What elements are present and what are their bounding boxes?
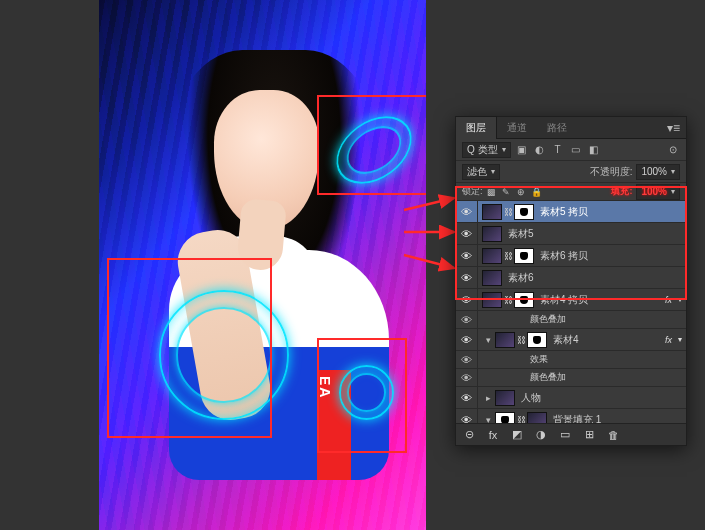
layer-thumb[interactable]	[527, 412, 547, 424]
lock-label: 锁定:	[462, 185, 483, 198]
layer-body: ▸人物	[478, 387, 686, 408]
layers-panel[interactable]: 图层 通道 路径 ▾≡ Q 类型 ▾ ▣ ◐ T ▭ ◧ ⊙ 滤色 ▾ 不透明度…	[455, 116, 687, 446]
adjustment-icon[interactable]: ◑	[532, 427, 550, 443]
layer-name[interactable]: 素材4 拷贝	[534, 293, 659, 307]
layer-name[interactable]: 效果	[524, 353, 686, 366]
opacity-value: 100%	[641, 166, 667, 177]
fx-disclosure-icon[interactable]: ▾	[678, 335, 686, 344]
layer-row[interactable]: 👁效果	[456, 351, 686, 369]
layer-thumb[interactable]	[495, 332, 515, 348]
layer-row[interactable]: 👁▾⛓背景填充 1	[456, 409, 686, 423]
tab-layers[interactable]: 图层	[456, 116, 497, 139]
disclosure-triangle-icon[interactable]: ▾	[482, 415, 495, 424]
visibility-eye-icon[interactable]: 👁	[456, 201, 478, 222]
visibility-eye-icon[interactable]: 👁	[456, 409, 478, 423]
layer-row[interactable]: 👁素材5	[456, 223, 686, 245]
layer-name[interactable]: 颜色叠加	[524, 371, 686, 384]
layer-name[interactable]: 素材6	[502, 271, 686, 285]
group-icon[interactable]: ▭	[556, 427, 574, 443]
layer-list[interactable]: 👁⛓素材5 拷贝👁素材5👁⛓素材6 拷贝👁素材6👁⛓素材4 拷贝fx▾👁颜色叠加…	[456, 201, 686, 423]
visibility-eye-icon[interactable]: 👁	[456, 311, 478, 328]
layer-name[interactable]: 素材5 拷贝	[534, 205, 686, 219]
kind-filter-label: Q 类型	[467, 143, 498, 157]
layer-thumb[interactable]	[482, 226, 502, 242]
layer-row[interactable]: 👁素材6	[456, 267, 686, 289]
fx-badge[interactable]: fx	[659, 295, 678, 305]
layer-row[interactable]: 👁颜色叠加	[456, 369, 686, 387]
visibility-eye-icon[interactable]: 👁	[456, 369, 478, 386]
layer-thumb[interactable]	[482, 204, 502, 220]
add-mask-icon[interactable]: ◩	[508, 427, 526, 443]
panel-menu-icon[interactable]: ▾≡	[661, 121, 686, 135]
layer-body: ⛓素材4 拷贝fx▾	[478, 289, 686, 310]
tab-paths[interactable]: 路径	[537, 117, 577, 139]
fx-badge[interactable]: fx	[659, 335, 678, 345]
tab-channels[interactable]: 通道	[497, 117, 537, 139]
layer-row[interactable]: 👁颜色叠加	[456, 311, 686, 329]
layer-body: ▾⛓素材4fx▾	[478, 329, 686, 350]
layer-name[interactable]: 人物	[515, 391, 686, 405]
layer-mask-thumb[interactable]	[514, 292, 534, 308]
layer-thumb[interactable]	[482, 292, 502, 308]
layer-name[interactable]: 素材6 拷贝	[534, 249, 686, 263]
visibility-eye-icon[interactable]: 👁	[456, 289, 478, 310]
layer-name[interactable]: 背景填充 1	[547, 413, 686, 424]
filter-smart-icon[interactable]: ◧	[587, 143, 601, 157]
link-layers-icon[interactable]: ⊝	[460, 427, 478, 443]
layer-name[interactable]: 素材5	[502, 227, 686, 241]
disclosure-triangle-icon[interactable]: ▸	[482, 393, 495, 403]
document-canvas[interactable]: EA	[99, 0, 426, 530]
filter-adjust-icon[interactable]: ◐	[533, 143, 547, 157]
link-icon: ⛓	[502, 251, 514, 261]
filter-type-icon[interactable]: T	[551, 143, 565, 157]
filter-shape-icon[interactable]: ▭	[569, 143, 583, 157]
disclosure-triangle-icon[interactable]: ▾	[482, 335, 495, 345]
link-icon: ⛓	[502, 295, 514, 305]
layer-name[interactable]: 颜色叠加	[524, 313, 686, 326]
layer-name[interactable]: 素材4	[547, 333, 659, 347]
layer-mask-thumb[interactable]	[495, 412, 515, 424]
layer-thumb[interactable]	[482, 248, 502, 264]
chevron-down-icon: ▾	[671, 187, 675, 196]
filter-toggle[interactable]: ⊙	[666, 143, 680, 157]
layer-filter-row: Q 类型 ▾ ▣ ◐ T ▭ ◧ ⊙	[456, 139, 686, 161]
layer-row[interactable]: 👁⛓素材5 拷贝	[456, 201, 686, 223]
layer-mask-thumb[interactable]	[514, 248, 534, 264]
delete-layer-icon[interactable]: 🗑	[604, 427, 622, 443]
visibility-eye-icon[interactable]: 👁	[456, 351, 478, 368]
fill-field[interactable]: 100% ▾	[636, 184, 680, 200]
visibility-eye-icon[interactable]: 👁	[456, 329, 478, 350]
annotation-box-2	[107, 258, 272, 438]
layer-body: 素材6	[478, 267, 686, 288]
layer-row[interactable]: 👁▾⛓素材4fx▾	[456, 329, 686, 351]
fill-label: 填充:	[611, 185, 632, 198]
layer-row[interactable]: 👁⛓素材6 拷贝	[456, 245, 686, 267]
kind-filter[interactable]: Q 类型 ▾	[462, 142, 511, 158]
layer-body: ▾⛓背景填充 1	[478, 409, 686, 423]
chevron-down-icon: ▾	[671, 167, 675, 176]
layers-panel-footer: ⊝ fx ◩ ◑ ▭ ⊞ 🗑	[456, 423, 686, 445]
layer-mask-thumb[interactable]	[527, 332, 547, 348]
opacity-field[interactable]: 100% ▾	[636, 164, 680, 180]
visibility-eye-icon[interactable]: 👁	[456, 245, 478, 266]
fx-disclosure-icon[interactable]: ▾	[678, 295, 686, 304]
layer-mask-thumb[interactable]	[514, 204, 534, 220]
layer-body: ⛓素材6 拷贝	[478, 245, 686, 266]
visibility-eye-icon[interactable]: 👁	[456, 387, 478, 408]
layer-row[interactable]: 👁⛓素材4 拷贝fx▾	[456, 289, 686, 311]
lock-icons[interactable]: ▩ ✎ ⊕ 🔒	[487, 187, 545, 197]
chevron-down-icon: ▾	[502, 145, 506, 154]
layer-row[interactable]: 👁▸人物	[456, 387, 686, 409]
visibility-eye-icon[interactable]: 👁	[456, 223, 478, 244]
layer-thumb[interactable]	[495, 390, 515, 406]
visibility-eye-icon[interactable]: 👁	[456, 267, 478, 288]
link-icon: ⛓	[515, 415, 527, 424]
new-layer-icon[interactable]: ⊞	[580, 427, 598, 443]
layer-thumb[interactable]	[482, 270, 502, 286]
fx-icon[interactable]: fx	[484, 427, 502, 443]
layer-body: 素材5	[478, 223, 686, 244]
blend-mode-select[interactable]: 滤色 ▾	[462, 164, 500, 180]
annotation-box-1	[317, 95, 426, 195]
lock-fill-row: 锁定: ▩ ✎ ⊕ 🔒 填充: 100% ▾	[456, 183, 686, 201]
filter-pixel-icon[interactable]: ▣	[515, 143, 529, 157]
